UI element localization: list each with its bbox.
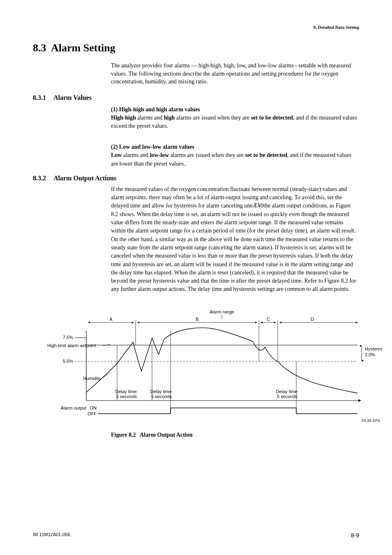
figure-caption: Figure 8.2 Alarm Output Action [111,432,359,438]
seg-a: A [109,317,113,322]
p1-c: set to be detected [251,115,293,121]
figure-8-2: Alarm range A B C D 7.5% High-limit alar… [45,306,382,429]
section-number: 8.3 [33,42,46,54]
humidity-label: Humidity [83,376,101,381]
figure-caption-label: Figure 8.2 [111,432,136,438]
subsection-2-number: 8.3.2 [33,175,53,182]
p2-a: Low [111,152,122,158]
alarm-on: ON [90,405,97,410]
subsection-2-body: If the measured values of the oxygen con… [111,185,359,294]
alarm-off: OFF [88,411,97,416]
footer-right: 8-9 [351,532,359,539]
p1-mid1: alarms and [136,115,164,121]
section-title: 8.3 Alarm Setting [33,42,359,54]
alarm-output-label: Alarm output [61,405,86,410]
subsection-2-title: Alarm Output Actions [53,175,116,182]
page-footer: IM 11M12A01-05E 8-9 [33,532,359,539]
delay2: Delay time: [150,389,173,394]
subsection-1-title: Alarm Values [53,94,92,101]
subsection-1: 8.3.1 Alarm Values [33,94,359,101]
delay3b: 5 seconds [277,394,298,399]
delay1: Delay time: [115,389,138,394]
p1-mid2: alarms are issued when they are [175,115,251,121]
p1-head: (1) High-high and high alarm values [111,106,359,114]
section-heading: Alarm Setting [51,42,115,54]
footer-left: IM 11M12A01-05E [33,532,71,539]
setpoint-label: High-limit alarm setpoint [47,343,96,348]
delay1b: 5 seconds [116,394,137,399]
seg-c: C [267,317,270,322]
pct-low: 5.5% [63,359,73,364]
running-header: 8. Detailed Data Setting [33,25,359,30]
hysteresis-value: 2.0% [365,352,375,357]
p2-mid2: alarms are issued when they are [169,152,245,158]
p2-mid1: alarms and [122,152,150,158]
figure-file: F8.2E.EPS [362,419,380,423]
subsection-1-body: (1) High-high and high alarm values High… [111,106,359,168]
p2-b: low-low [150,152,169,158]
seg-b: B [196,317,198,322]
p1-b: high [164,115,175,121]
subsection-2: 8.3.2 Alarm Output Actions [33,175,359,182]
subsection-1-number: 8.3.1 [33,94,53,101]
p2-c: set to be detected [245,152,287,158]
delay2b: 5 seconds [151,394,172,399]
p2-head: (2) Low and low-low alarm values [111,143,359,151]
alarm-range-label: Alarm range [210,309,234,314]
p1-a: High-high [111,115,136,121]
figure-caption-text: Alarm Output Action [140,432,192,438]
hysteresis-label: Hysteresis [365,346,382,351]
section-intro: The analyzer provides four alarms — high… [111,62,359,86]
delay3: Delay time: [276,389,298,394]
svg-line-13 [102,373,110,378]
pct-high: 7.5% [63,335,73,340]
seg-d: D [311,317,314,322]
